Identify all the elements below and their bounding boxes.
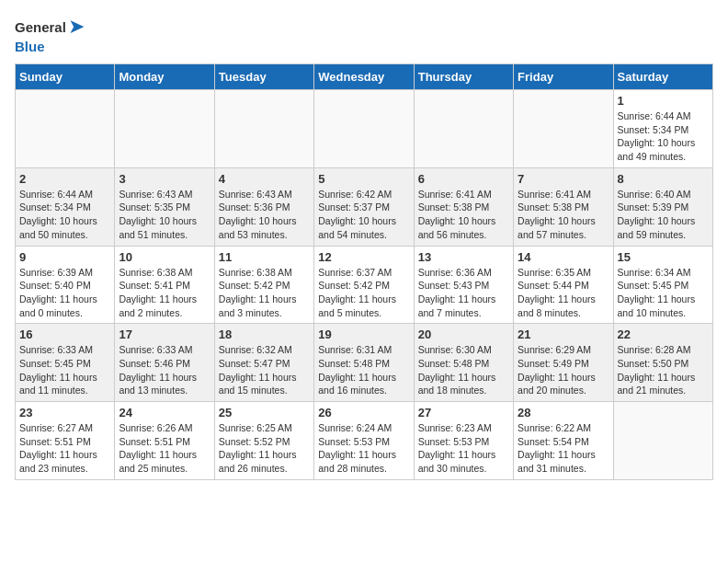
day-info: Sunrise: 6:43 AM Sunset: 5:36 PM Dayligh… xyxy=(219,188,310,242)
calendar-cell: 5Sunrise: 6:42 AM Sunset: 5:37 PM Daylig… xyxy=(314,167,414,246)
day-number: 9 xyxy=(19,250,110,264)
calendar-cell: 3Sunrise: 6:43 AM Sunset: 5:35 PM Daylig… xyxy=(115,167,214,246)
calendar-cell xyxy=(115,90,214,168)
day-number: 14 xyxy=(518,250,609,264)
day-info: Sunrise: 6:26 AM Sunset: 5:51 PM Dayligh… xyxy=(119,421,210,476)
calendar-cell: 4Sunrise: 6:43 AM Sunset: 5:36 PM Daylig… xyxy=(214,167,313,246)
day-info: Sunrise: 6:24 AM Sunset: 5:53 PM Dayligh… xyxy=(318,421,409,476)
day-info: Sunrise: 6:41 AM Sunset: 5:38 PM Dayligh… xyxy=(418,188,509,242)
day-number: 13 xyxy=(418,250,509,264)
logo-general-text: General xyxy=(15,19,66,35)
calendar-cell: 23Sunrise: 6:27 AM Sunset: 5:51 PM Dayli… xyxy=(16,402,115,480)
day-info: Sunrise: 6:38 AM Sunset: 5:42 PM Dayligh… xyxy=(219,266,310,320)
day-info: Sunrise: 6:42 AM Sunset: 5:37 PM Dayligh… xyxy=(318,188,409,242)
calendar-cell: 11Sunrise: 6:38 AM Sunset: 5:42 PM Dayli… xyxy=(214,246,313,324)
day-number: 1 xyxy=(618,94,709,108)
day-info: Sunrise: 6:40 AM Sunset: 5:39 PM Dayligh… xyxy=(618,188,709,242)
calendar-cell: 12Sunrise: 6:37 AM Sunset: 5:42 PM Dayli… xyxy=(314,246,414,324)
day-info: Sunrise: 6:27 AM Sunset: 5:51 PM Dayligh… xyxy=(19,421,110,476)
calendar-cell: 6Sunrise: 6:41 AM Sunset: 5:38 PM Daylig… xyxy=(414,167,513,246)
day-number: 15 xyxy=(618,250,709,264)
header: General ➤ Blue xyxy=(15,15,713,54)
calendar-cell: 16Sunrise: 6:33 AM Sunset: 5:45 PM Dayli… xyxy=(16,324,115,402)
day-number: 18 xyxy=(219,327,310,341)
calendar-table: SundayMondayTuesdayWednesdayThursdayFrid… xyxy=(15,63,713,480)
calendar-cell: 8Sunrise: 6:40 AM Sunset: 5:39 PM Daylig… xyxy=(613,167,712,246)
day-info: Sunrise: 6:39 AM Sunset: 5:40 PM Dayligh… xyxy=(19,266,110,320)
calendar-cell: 28Sunrise: 6:22 AM Sunset: 5:54 PM Dayli… xyxy=(514,402,613,480)
calendar-cell: 18Sunrise: 6:32 AM Sunset: 5:47 PM Dayli… xyxy=(214,324,313,402)
day-number: 25 xyxy=(219,406,310,419)
day-info: Sunrise: 6:44 AM Sunset: 5:34 PM Dayligh… xyxy=(19,188,110,242)
day-number: 24 xyxy=(119,406,210,419)
day-number: 26 xyxy=(318,406,409,419)
calendar-cell: 2Sunrise: 6:44 AM Sunset: 5:34 PM Daylig… xyxy=(16,167,115,246)
logo-blue-text: Blue xyxy=(15,39,45,54)
day-info: Sunrise: 6:28 AM Sunset: 5:50 PM Dayligh… xyxy=(618,343,709,397)
calendar-cell: 26Sunrise: 6:24 AM Sunset: 5:53 PM Dayli… xyxy=(314,402,414,480)
day-number: 19 xyxy=(318,327,409,341)
calendar-cell: 19Sunrise: 6:31 AM Sunset: 5:48 PM Dayli… xyxy=(314,324,414,402)
day-info: Sunrise: 6:44 AM Sunset: 5:34 PM Dayligh… xyxy=(618,109,709,164)
day-info: Sunrise: 6:23 AM Sunset: 5:53 PM Dayligh… xyxy=(418,421,509,476)
dow-header-sunday: Sunday xyxy=(16,64,115,90)
day-info: Sunrise: 6:32 AM Sunset: 5:47 PM Dayligh… xyxy=(219,343,310,397)
day-number: 5 xyxy=(318,172,409,186)
day-info: Sunrise: 6:43 AM Sunset: 5:35 PM Dayligh… xyxy=(119,188,210,242)
day-number: 17 xyxy=(119,327,210,341)
day-info: Sunrise: 6:25 AM Sunset: 5:52 PM Dayligh… xyxy=(219,421,310,476)
day-number: 4 xyxy=(219,172,310,186)
day-number: 10 xyxy=(119,250,210,264)
calendar-cell: 17Sunrise: 6:33 AM Sunset: 5:46 PM Dayli… xyxy=(115,324,214,402)
calendar-cell xyxy=(314,90,414,168)
calendar-cell: 24Sunrise: 6:26 AM Sunset: 5:51 PM Dayli… xyxy=(115,402,214,480)
calendar-cell: 27Sunrise: 6:23 AM Sunset: 5:53 PM Dayli… xyxy=(414,402,513,480)
day-info: Sunrise: 6:33 AM Sunset: 5:46 PM Dayligh… xyxy=(119,343,210,397)
day-number: 12 xyxy=(318,250,409,264)
dow-header-thursday: Thursday xyxy=(414,64,513,90)
day-number: 27 xyxy=(418,406,509,419)
day-info: Sunrise: 6:41 AM Sunset: 5:38 PM Dayligh… xyxy=(518,188,609,242)
calendar-cell: 10Sunrise: 6:38 AM Sunset: 5:41 PM Dayli… xyxy=(115,246,214,324)
day-number: 11 xyxy=(219,250,310,264)
dow-header-wednesday: Wednesday xyxy=(314,64,414,90)
calendar-cell: 9Sunrise: 6:39 AM Sunset: 5:40 PM Daylig… xyxy=(16,246,115,324)
day-number: 16 xyxy=(19,327,110,341)
day-info: Sunrise: 6:31 AM Sunset: 5:48 PM Dayligh… xyxy=(318,343,409,397)
calendar-cell: 7Sunrise: 6:41 AM Sunset: 5:38 PM Daylig… xyxy=(514,167,613,246)
day-info: Sunrise: 6:36 AM Sunset: 5:43 PM Dayligh… xyxy=(418,266,509,320)
day-number: 8 xyxy=(618,172,709,186)
day-number: 21 xyxy=(518,327,609,341)
day-number: 6 xyxy=(418,172,509,186)
calendar-cell: 22Sunrise: 6:28 AM Sunset: 5:50 PM Dayli… xyxy=(613,324,712,402)
dow-header-saturday: Saturday xyxy=(613,64,712,90)
logo-bird-icon: ➤ xyxy=(68,15,85,39)
calendar-cell xyxy=(214,90,313,168)
day-info: Sunrise: 6:29 AM Sunset: 5:49 PM Dayligh… xyxy=(518,343,609,397)
day-info: Sunrise: 6:34 AM Sunset: 5:45 PM Dayligh… xyxy=(618,266,709,320)
calendar-cell xyxy=(514,90,613,168)
day-info: Sunrise: 6:35 AM Sunset: 5:44 PM Dayligh… xyxy=(518,266,609,320)
calendar-cell xyxy=(414,90,513,168)
day-number: 7 xyxy=(518,172,609,186)
day-info: Sunrise: 6:33 AM Sunset: 5:45 PM Dayligh… xyxy=(19,343,110,397)
calendar-cell xyxy=(16,90,115,168)
day-number: 28 xyxy=(518,406,609,419)
calendar-cell: 1Sunrise: 6:44 AM Sunset: 5:34 PM Daylig… xyxy=(613,90,712,168)
calendar-cell: 15Sunrise: 6:34 AM Sunset: 5:45 PM Dayli… xyxy=(613,246,712,324)
day-number: 3 xyxy=(119,172,210,186)
dow-header-friday: Friday xyxy=(514,64,613,90)
day-number: 23 xyxy=(19,406,110,419)
calendar-cell: 13Sunrise: 6:36 AM Sunset: 5:43 PM Dayli… xyxy=(414,246,513,324)
calendar-cell xyxy=(613,402,712,480)
day-number: 20 xyxy=(418,327,509,341)
day-info: Sunrise: 6:37 AM Sunset: 5:42 PM Dayligh… xyxy=(318,266,409,320)
dow-header-monday: Monday xyxy=(115,64,214,90)
calendar-cell: 21Sunrise: 6:29 AM Sunset: 5:49 PM Dayli… xyxy=(514,324,613,402)
logo: General ➤ Blue xyxy=(15,15,85,54)
calendar-cell: 25Sunrise: 6:25 AM Sunset: 5:52 PM Dayli… xyxy=(214,402,313,480)
day-number: 2 xyxy=(19,172,110,186)
day-info: Sunrise: 6:22 AM Sunset: 5:54 PM Dayligh… xyxy=(518,421,609,476)
day-info: Sunrise: 6:38 AM Sunset: 5:41 PM Dayligh… xyxy=(119,266,210,320)
day-number: 22 xyxy=(618,327,709,341)
